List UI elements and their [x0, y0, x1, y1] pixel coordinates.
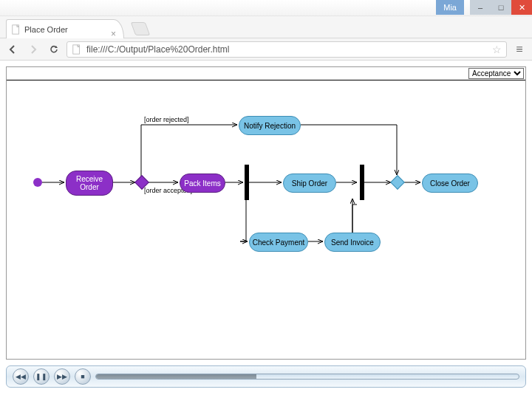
forward-button[interactable]	[25, 41, 41, 58]
initial-node	[33, 178, 42, 187]
page-favicon-icon	[11, 24, 21, 35]
fork-bar	[245, 165, 249, 200]
node-pack-items[interactable]: Pack Items	[180, 174, 225, 193]
scenario-dropdown[interactable]: Acceptance	[468, 68, 524, 79]
progress-track[interactable]	[95, 374, 519, 379]
join-bar	[360, 165, 364, 200]
rewind-button[interactable]: ◀◀	[13, 368, 29, 385]
guard-rejected: [order rejected]	[144, 116, 189, 123]
node-close-order[interactable]: Close Order	[422, 174, 478, 193]
page-frame: Acceptance	[6, 66, 526, 360]
node-ship-order[interactable]: Ship Order	[283, 174, 336, 193]
arrow-left-icon	[7, 44, 18, 55]
bookmark-star-icon[interactable]: ☆	[492, 44, 502, 55]
forward-button[interactable]: ▶▶	[54, 368, 70, 385]
stop-button[interactable]: ■	[75, 368, 91, 385]
profile-badge[interactable]: Mia	[436, 0, 464, 15]
url-input[interactable]: file:///C:/Output/Place%20Order.html ☆	[66, 41, 507, 58]
progress-fill	[96, 374, 256, 379]
address-bar: file:///C:/Output/Place%20Order.html ☆ ≡	[0, 38, 532, 61]
pause-button[interactable]: ❚❚	[33, 368, 50, 385]
window-close-button[interactable]: ✕	[511, 0, 532, 15]
node-send-invoice[interactable]: Send Invoice	[324, 233, 381, 252]
window-maximize-button[interactable]: □	[491, 0, 511, 15]
back-button[interactable]	[4, 41, 21, 58]
arrow-right-icon	[28, 44, 38, 55]
url-text: file:///C:/Output/Place%20Order.html	[86, 44, 229, 55]
svg-line-13	[352, 199, 358, 205]
browser-menu-button[interactable]: ≡	[511, 41, 528, 58]
playback-bar: ◀◀ ❚❚ ▶▶ ■	[6, 365, 526, 388]
window-titlebar: Mia – □ ✕	[0, 0, 532, 16]
browser-tab[interactable]: Place Order ×	[6, 19, 124, 38]
tab-strip: Place Order ×	[0, 16, 532, 38]
diagram-canvas: [order rejected] [order accepted] Receiv…	[7, 80, 525, 359]
tab-title: Place Order	[24, 25, 68, 34]
reload-icon	[49, 44, 59, 55]
new-tab-button[interactable]	[131, 22, 151, 35]
window-minimize-button[interactable]: –	[470, 0, 491, 15]
diagram-header: Acceptance	[7, 67, 525, 80]
reload-button[interactable]	[46, 41, 62, 58]
node-notify-rejection[interactable]: Notify Rejection	[239, 116, 301, 135]
node-receive-order[interactable]: Receive Order	[66, 171, 113, 196]
node-check-payment[interactable]: Check Payment	[249, 233, 308, 252]
file-icon	[72, 44, 82, 55]
